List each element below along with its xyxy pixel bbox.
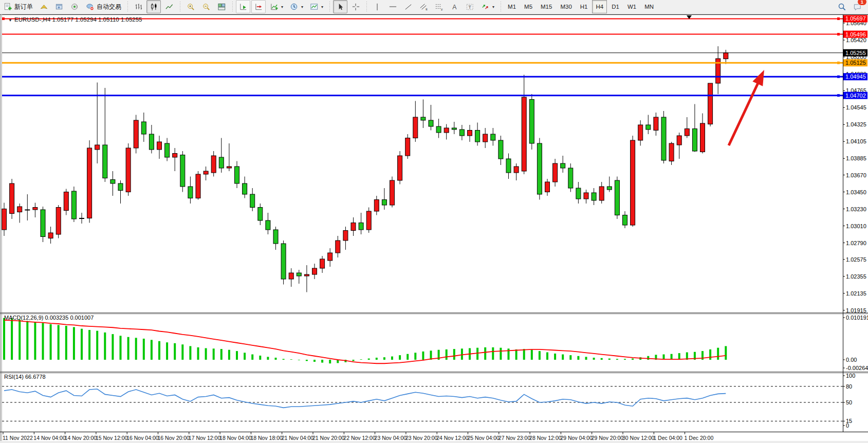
candle	[374, 200, 379, 212]
chart-shift-button[interactable]	[251, 0, 266, 13]
text-label-button[interactable]: T	[463, 0, 477, 13]
trendline-button[interactable]	[401, 0, 415, 13]
candle	[576, 188, 581, 199]
dropdown-arrow-icon[interactable]: ▾	[492, 5, 494, 9]
tab-timeframe-h1[interactable]: H1	[577, 0, 592, 13]
candle	[173, 154, 177, 158]
line-handle[interactable]	[837, 33, 840, 35]
current-price-badge-label: 1.05255	[845, 50, 866, 56]
svg-text:E: E	[426, 8, 428, 11]
macd-axis-label: 0.00	[846, 357, 857, 363]
chart-canvas[interactable]: 1.056401.054201.052001.049801.047651.045…	[0, 13, 868, 443]
tab-timeframe-m5[interactable]: M5	[521, 0, 536, 13]
tab-timeframe-h4[interactable]: H4	[592, 0, 607, 13]
periods-button[interactable]: ▾	[287, 0, 306, 13]
price-tick-label: 1.03010	[846, 223, 866, 229]
zoom-in-button[interactable]	[183, 0, 198, 13]
search-button[interactable]	[835, 0, 849, 13]
new-order-label: 新订单	[14, 3, 33, 11]
candle	[607, 187, 612, 190]
bar-chart-icon	[134, 3, 143, 11]
cursor-icon	[336, 3, 345, 11]
line-handle[interactable]	[837, 76, 840, 78]
zoom-out-button[interactable]	[199, 0, 213, 13]
terminal-icon	[54, 3, 64, 11]
tab-timeframe-d1[interactable]: D1	[608, 0, 623, 13]
tab-timeframe-m1[interactable]: M1	[504, 0, 520, 13]
arrows-button[interactable]: ▾	[478, 0, 497, 13]
date-tick-label: 23 Nov 20:00	[405, 435, 438, 441]
chart-window[interactable]: 1.056401.054201.052001.049801.047651.045…	[0, 13, 868, 443]
candle	[708, 83, 713, 124]
rsi-label: RSI(14) 66.6778	[4, 374, 46, 380]
fibonacci-button[interactable]: F	[432, 0, 446, 13]
candlestick-chart-button[interactable]	[146, 0, 161, 13]
vertical-line-icon	[373, 3, 382, 11]
date-tick-label: 14 Nov 04:00	[33, 435, 66, 441]
rsi-axis-label: 50	[846, 399, 852, 405]
date-tick-label: 21 Nov 20:00	[312, 435, 345, 441]
candle	[258, 208, 263, 221]
indicators-button[interactable]: ▾	[267, 0, 286, 13]
tile-windows-button[interactable]	[214, 0, 229, 13]
line-handle[interactable]	[837, 62, 840, 64]
candle	[669, 143, 674, 161]
dropdown-arrow-icon[interactable]: ▾	[321, 5, 323, 9]
price-tick-label: 1.03885	[846, 155, 866, 161]
profiles-button[interactable]	[36, 0, 51, 13]
tab-timeframe-m30[interactable]: M30	[557, 0, 575, 13]
date-tick-label: 29 Nov 04:00	[560, 435, 593, 441]
templates-button[interactable]: ▾	[307, 0, 326, 13]
candle	[366, 211, 371, 230]
candle	[529, 100, 534, 144]
toolbar-separator	[499, 2, 502, 12]
terminal-button[interactable]	[52, 0, 66, 13]
candle	[41, 210, 45, 237]
candlestick-chart-icon	[149, 3, 158, 11]
candle	[584, 193, 588, 199]
svg-text:A: A	[452, 3, 457, 10]
chart-title: ▼EURUSD-,H4 1.05177 1.05294 1.05110 1.05…	[8, 16, 142, 23]
price-tick-label: 1.05420	[846, 37, 866, 43]
line-chart-button[interactable]	[162, 0, 176, 13]
tab-timeframe-w1[interactable]: W1	[624, 0, 640, 13]
candle	[459, 130, 464, 136]
dropdown-arrow-icon[interactable]: ▾	[301, 5, 303, 9]
vertical-line-button[interactable]	[370, 0, 384, 13]
notifications-button[interactable]: 1	[850, 0, 864, 13]
crosshair-button[interactable]	[348, 0, 363, 13]
equidistant-channel-button[interactable]: E	[416, 0, 431, 13]
date-tick-label: 16 Nov 20:00	[158, 435, 190, 441]
auto-trading-button[interactable]: 自动交易	[83, 0, 124, 13]
new-order-button[interactable]: 新订单	[1, 0, 35, 13]
horizontal-line-button[interactable]	[385, 0, 400, 13]
auto-trading-label: 自动交易	[97, 3, 121, 11]
text-button[interactable]: A	[447, 0, 461, 13]
arrows-icon	[481, 3, 490, 11]
candle	[359, 223, 363, 230]
candle	[638, 125, 643, 140]
candle	[71, 191, 76, 219]
candle	[599, 187, 604, 200]
new-order-icon	[3, 3, 12, 11]
candle	[273, 230, 278, 244]
candle	[522, 97, 526, 171]
date-tick-label: 15 Nov 12:00	[96, 435, 128, 441]
tab-timeframe-m15[interactable]: M15	[537, 0, 556, 13]
price-tick-label: 1.02790	[846, 240, 866, 246]
candle	[157, 142, 162, 150]
tab-timeframe-mn[interactable]: MN	[641, 0, 657, 13]
line-handle[interactable]	[2, 17, 5, 20]
macd-axis-label: 0.010191	[846, 315, 868, 321]
bar-chart-button[interactable]	[131, 0, 145, 13]
profiles-icon	[39, 3, 48, 11]
candle	[48, 233, 53, 238]
rsi-axis-label: 80	[846, 383, 852, 390]
auto-scroll-button[interactable]	[236, 0, 250, 13]
line-handle[interactable]	[837, 94, 840, 97]
signal-button[interactable]	[67, 0, 82, 13]
candle	[10, 183, 14, 214]
line-handle[interactable]	[837, 17, 840, 20]
cursor-button[interactable]	[333, 0, 347, 13]
dropdown-arrow-icon[interactable]: ▾	[281, 5, 283, 9]
